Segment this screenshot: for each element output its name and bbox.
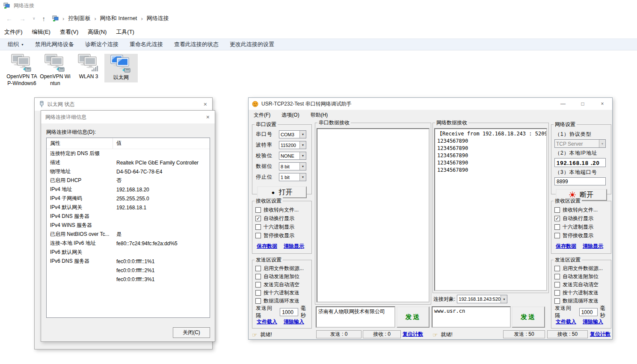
clear-display-link[interactable]: 清除显示 — [284, 243, 304, 250]
checkbox[interactable] — [554, 233, 560, 238]
clear-input-link[interactable]: 清除输入 — [284, 318, 304, 326]
checkbox-option[interactable]: ✓ 自动换行显示 — [551, 214, 611, 223]
toolbar-command[interactable]: 更改此连接的设置 — [230, 41, 274, 48]
forward-icon[interactable]: → — [19, 15, 26, 22]
checkbox-option[interactable]: 数据流循环发送 — [252, 297, 311, 305]
checkbox[interactable] — [255, 233, 261, 238]
save-data-link[interactable]: 保存数据 — [257, 243, 277, 250]
table-row[interactable]: IPv4 DNS 服务器 — [47, 212, 210, 221]
close-icon[interactable]: × — [204, 101, 207, 108]
network-send-button[interactable]: 发送 — [512, 306, 545, 328]
clear-input-link[interactable]: 清除输入 — [583, 318, 603, 326]
local-ip-input[interactable]: 192.168.18 .20 — [554, 158, 606, 167]
toolbar-command[interactable]: 重命名此连接 — [130, 41, 163, 48]
checkbox[interactable] — [554, 298, 560, 304]
checkbox-option[interactable]: 自动发送附加位 — [252, 273, 311, 281]
close-button[interactable]: 关闭(C) — [173, 327, 210, 338]
table-row[interactable]: 描述 Realtek PCIe GbE Family Controller — [47, 158, 210, 167]
up-icon[interactable]: ↑ — [42, 15, 46, 22]
table-row[interactable]: IPv4 子网掩码 255.255.255.0 — [47, 194, 210, 203]
menu-item[interactable]: 帮助(H) — [311, 112, 328, 119]
menu-item[interactable]: 文件(F) — [4, 28, 23, 36]
serial-send-button[interactable]: 发送 — [397, 306, 430, 328]
table-row[interactable]: IPv4 默认网关 192.168.18.1 — [47, 203, 210, 212]
menu-item[interactable]: 文件(F) — [254, 112, 270, 119]
checkbox-option[interactable]: 暂停接收显示 — [252, 231, 311, 240]
checkbox-option[interactable]: 发送完自动清空 — [551, 281, 611, 289]
table-row[interactable]: fec0:0:0:ffff::3%1 — [47, 275, 210, 284]
checkbox[interactable] — [554, 207, 560, 213]
save-data-link[interactable]: 保存数据 — [556, 243, 576, 250]
checkbox[interactable] — [255, 298, 261, 304]
checkbox-option[interactable]: 暂停接收显示 — [551, 231, 611, 240]
chevron-down-icon[interactable]: ▼ — [501, 295, 507, 303]
chevron-down-icon[interactable]: ▼ — [299, 141, 306, 149]
load-file-link[interactable]: 文件载入 — [556, 318, 576, 326]
checkbox-option[interactable]: 自动发送附加位 — [551, 273, 611, 281]
checkbox[interactable] — [554, 224, 560, 230]
checkbox[interactable] — [255, 290, 261, 296]
chevron-down-icon[interactable]: ▼ — [299, 163, 306, 170]
network-recv-area[interactable]: 【Receive from 192.168.18.243 : 52099】: 1… — [434, 128, 547, 291]
checkbox-option[interactable]: 接收转向文件... — [252, 205, 311, 214]
checkbox[interactable] — [554, 266, 560, 271]
checkbox-option[interactable]: 发送完自动清空 — [252, 281, 311, 289]
serial-reset-count-link[interactable]: 复位计数 — [403, 331, 423, 338]
table-row[interactable]: IPv6 DNS 服务器 fec0:0:0:ffff::1%1 — [47, 257, 210, 266]
checkbox-option[interactable]: 启用文件数据源... — [551, 264, 611, 273]
maximize-icon[interactable]: □ — [573, 98, 593, 110]
table-row[interactable]: 连接特定的 DNS 后缀 — [47, 149, 210, 158]
clear-display-link[interactable]: 清除显示 — [583, 243, 603, 250]
chevron-down-icon[interactable]: ▼ — [299, 173, 306, 181]
toolbar-command[interactable]: 查看此连接的状态 — [174, 41, 219, 48]
serial-send-input[interactable]: 济南有人物联网技术有限公司 — [316, 306, 395, 328]
table-row[interactable]: 已启用 DHCP 否 — [47, 176, 210, 185]
network-reset-count-link[interactable]: 复位计数 — [590, 331, 610, 338]
toolbar-command[interactable]: 禁用此网络设备 — [35, 41, 74, 48]
combo-box[interactable]: COM3 ▼ — [279, 130, 306, 138]
close-icon[interactable]: × — [593, 98, 612, 110]
connect-target-combo[interactable]: 192.168.18.243:520 ▼ — [457, 295, 507, 303]
checkbox[interactable]: ✓ — [554, 216, 560, 221]
checkbox-option[interactable]: 启用文件数据源... — [252, 264, 311, 273]
adapter-ethernet[interactable]: 以太网 — [104, 54, 138, 82]
serial-recv-area[interactable] — [317, 128, 430, 302]
combo-box[interactable]: 1 bit ▼ — [279, 173, 306, 181]
checkbox-option[interactable]: 按十六进制发送 — [551, 289, 611, 297]
table-row[interactable]: 连接-本地 IPv6 地址 fe80::7c24:94fc:fe2a:dd%5 — [47, 239, 210, 248]
checkbox[interactable]: ✓ — [255, 216, 261, 221]
menu-item[interactable]: 选项(O) — [281, 112, 299, 119]
checkbox-option[interactable]: ✓ 自动换行显示 — [252, 214, 311, 223]
table-row[interactable]: IPv4 地址 192.168.18.20 — [47, 185, 210, 194]
checkbox-option[interactable]: 按十六进制发送 — [252, 289, 311, 297]
menu-item[interactable]: 编辑(E) — [32, 28, 50, 36]
chevron-down-icon[interactable]: ▼ — [299, 152, 306, 159]
close-icon[interactable]: × — [206, 114, 210, 120]
local-port-input[interactable]: 8899 — [554, 177, 606, 185]
table-row[interactable]: IPv4 WINS 服务器 — [47, 221, 210, 230]
table-row[interactable]: 已启用 NetBIOS over Tc... 是 — [47, 230, 210, 239]
breadcrumb-control-panel[interactable]: 控制面板 — [68, 15, 90, 22]
network-send-input[interactable]: www.usr.cn — [432, 306, 511, 328]
checkbox[interactable] — [255, 266, 261, 271]
organize-button[interactable]: 组织 ▼ — [8, 41, 24, 48]
toolbar-command[interactable]: 诊断这个连接 — [85, 41, 119, 48]
checkbox[interactable] — [255, 224, 261, 230]
breadcrumb-network-internet[interactable]: 网络和 Internet — [100, 15, 137, 22]
menu-item[interactable]: 查看(V) — [60, 28, 78, 36]
adapter-openvpn-tap[interactable]: OpenVPN TAP-Windows6 — [5, 54, 39, 87]
checkbox[interactable] — [255, 274, 261, 279]
table-row[interactable]: 物理地址 D4-5D-64-7C-78-E4 — [47, 167, 210, 176]
minimize-icon[interactable]: — — [553, 98, 573, 110]
combo-box[interactable]: 115200 ▼ — [279, 141, 306, 149]
table-row[interactable]: IPv6 默认网关 — [47, 248, 210, 257]
menu-item[interactable]: 工具(T) — [116, 28, 134, 36]
history-chevron-icon[interactable]: ∨ — [33, 16, 36, 21]
checkbox-option[interactable]: 数据流循环发送 — [551, 297, 611, 305]
interval-input[interactable]: 1000 — [579, 308, 598, 316]
checkbox-option[interactable]: 十六进制显示 — [551, 223, 611, 231]
checkbox[interactable] — [554, 274, 560, 279]
checkbox[interactable] — [554, 282, 560, 288]
open-serial-button[interactable]: ● 打开 — [257, 186, 307, 198]
menu-item[interactable]: 高级(N) — [88, 28, 107, 36]
